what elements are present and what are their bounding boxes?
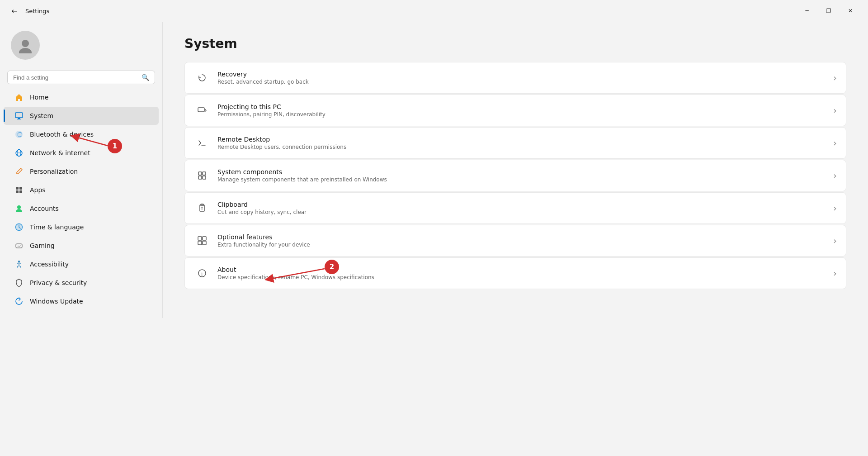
sidebar-item-apps[interactable]: Apps: [4, 181, 159, 199]
gaming-icon: [14, 241, 24, 250]
page-title: System: [184, 36, 846, 51]
svg-rect-35: [203, 237, 206, 240]
svg-point-1: [19, 48, 32, 53]
sidebar-item-bluetooth[interactable]: ⬡Bluetooth & devices: [4, 125, 159, 143]
optional-features-desc: Extra functionality for your device: [217, 242, 826, 248]
apps-icon: [14, 185, 24, 195]
sidebar: 🔍 HomeSystem⬡Bluetooth & devicesNetwork …: [0, 22, 163, 318]
titlebar: ← Settings ─ ❐ ✕: [0, 0, 868, 22]
svg-rect-26: [198, 172, 202, 175]
svg-point-13: [17, 205, 21, 209]
svg-rect-2: [15, 113, 23, 118]
recovery-chevron-icon: ›: [833, 72, 837, 83]
sidebar-item-label-gaming: Gaming: [30, 242, 55, 249]
settings-item-optional-features[interactable]: Optional featuresExtra functionality for…: [184, 225, 846, 256]
sidebar-item-label-network: Network & internet: [30, 149, 90, 157]
svg-rect-29: [203, 176, 206, 179]
sidebar-item-label-home: Home: [30, 94, 48, 101]
remote-desktop-title: Remote Desktop: [217, 136, 826, 143]
accessibility-icon: [14, 260, 24, 269]
remote-desktop-desc: Remote Desktop users, connection permiss…: [217, 144, 826, 150]
system-components-chevron-icon: ›: [833, 170, 837, 181]
settings-item-about[interactable]: iAboutDevice specifications, rename PC, …: [184, 257, 846, 289]
svg-rect-36: [198, 241, 202, 245]
search-box[interactable]: 🔍: [7, 71, 155, 84]
settings-item-projecting[interactable]: Projecting to this PCPermissions, pairin…: [184, 95, 846, 126]
search-area: 🔍: [0, 67, 162, 88]
svg-rect-12: [19, 190, 22, 193]
update-icon: [14, 297, 24, 306]
sidebar-item-accounts[interactable]: Accounts: [4, 200, 159, 218]
sidebar-item-accessibility[interactable]: Accessibility: [4, 255, 159, 273]
remote-desktop-text: Remote DesktopRemote Desktop users, conn…: [217, 136, 826, 150]
optional-features-icon: [194, 233, 210, 249]
svg-rect-4: [17, 119, 21, 119]
optional-features-chevron-icon: ›: [833, 235, 837, 246]
clipboard-desc: Cut and copy history, sync, clear: [217, 209, 826, 215]
svg-point-21: [20, 245, 21, 246]
optional-features-text: Optional featuresExtra functionality for…: [217, 233, 826, 248]
sidebar-item-gaming[interactable]: Gaming: [4, 237, 159, 255]
sidebar-item-label-personalization: Personalization: [30, 168, 78, 175]
minimize-button[interactable]: ─: [797, 4, 817, 18]
sidebar-item-label-privacy: Privacy & security: [30, 279, 87, 286]
sidebar-item-privacy[interactable]: Privacy & security: [4, 274, 159, 292]
sidebar-item-label-accessibility: Accessibility: [30, 261, 69, 268]
svg-rect-37: [203, 241, 206, 245]
clipboard-text: ClipboardCut and copy history, sync, cle…: [217, 201, 826, 215]
projecting-title: Projecting to this PC: [217, 103, 826, 110]
sidebar-item-label-time: Time & language: [30, 223, 84, 231]
sidebar-item-time[interactable]: Time & language: [4, 218, 159, 236]
system-components-icon: [194, 167, 210, 184]
search-input[interactable]: [13, 74, 138, 81]
system-components-desc: Manage system components that are preins…: [217, 176, 826, 183]
system-components-title: System components: [217, 168, 826, 176]
settings-item-recovery[interactable]: RecoveryReset, advanced startup, go back…: [184, 62, 846, 94]
settings-item-remote-desktop[interactable]: Remote DesktopRemote Desktop users, conn…: [184, 127, 846, 159]
settings-item-clipboard[interactable]: ClipboardCut and copy history, sync, cle…: [184, 192, 846, 224]
svg-rect-24: [198, 108, 204, 112]
remote-desktop-chevron-icon: ›: [833, 138, 837, 148]
about-icon: i: [194, 265, 210, 281]
sidebar-item-home[interactable]: Home: [4, 88, 159, 106]
svg-point-0: [22, 40, 29, 47]
avatar-area: [0, 22, 162, 67]
back-button[interactable]: ←: [7, 4, 22, 18]
svg-point-22: [19, 246, 20, 247]
search-icon: 🔍: [142, 74, 149, 81]
settings-item-system-components[interactable]: System componentsManage system component…: [184, 160, 846, 191]
avatar[interactable]: [11, 31, 40, 60]
projecting-text: Projecting to this PCPermissions, pairin…: [217, 103, 826, 118]
svg-rect-11: [16, 190, 19, 193]
content-area: System RecoveryReset, advanced startup, …: [163, 22, 868, 318]
svg-rect-34: [198, 237, 202, 240]
svg-rect-18: [16, 244, 22, 248]
about-chevron-icon: ›: [833, 268, 837, 279]
recovery-icon: [194, 70, 210, 86]
close-button[interactable]: ✕: [840, 4, 861, 18]
window-controls: ─ ❐ ✕: [797, 4, 861, 18]
sidebar-item-network[interactable]: Network & internet: [4, 144, 159, 162]
remote-desktop-icon: [194, 135, 210, 151]
sidebar-item-label-accounts: Accounts: [30, 205, 59, 212]
svg-rect-3: [18, 118, 20, 119]
recovery-desc: Reset, advanced startup, go back: [217, 79, 826, 85]
sidebar-nav: HomeSystem⬡Bluetooth & devicesNetwork & …: [0, 88, 162, 311]
recovery-title: Recovery: [217, 71, 826, 78]
svg-rect-28: [198, 176, 202, 179]
recovery-text: RecoveryReset, advanced startup, go back: [217, 71, 826, 85]
accounts-icon: [14, 204, 24, 213]
maximize-button[interactable]: ❐: [818, 4, 839, 18]
about-desc: Device specifications, rename PC, Window…: [217, 274, 826, 280]
projecting-chevron-icon: ›: [833, 105, 837, 116]
sidebar-item-personalization[interactable]: Personalization: [4, 162, 159, 180]
sidebar-item-update[interactable]: Windows Update: [4, 292, 159, 310]
svg-point-23: [18, 261, 20, 262]
system-icon: [14, 111, 24, 120]
svg-text:i: i: [201, 271, 203, 277]
privacy-icon: [14, 278, 24, 287]
sidebar-item-label-system: System: [30, 112, 53, 119]
about-title: About: [217, 266, 826, 273]
sidebar-item-system[interactable]: System: [4, 107, 159, 125]
sidebar-item-label-apps: Apps: [30, 186, 46, 194]
